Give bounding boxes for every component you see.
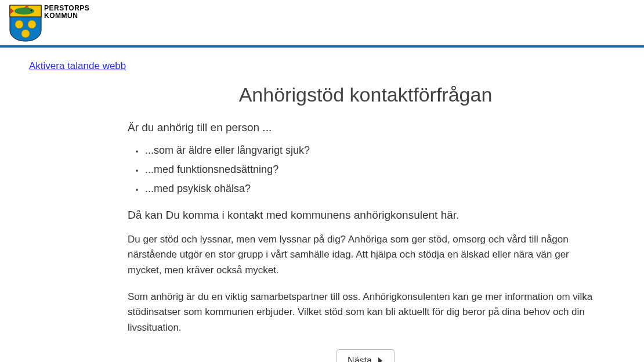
logo: PERSTORPS KOMMUN bbox=[9, 5, 635, 42]
org-name: PERSTORPS KOMMUN bbox=[44, 5, 89, 20]
chevron-right-icon bbox=[378, 357, 383, 362]
list-item: ...med psykisk ohälsa? bbox=[145, 179, 603, 198]
paragraph-2: Som anhörig är du en viktig samarbetspar… bbox=[128, 289, 603, 335]
svg-point-3 bbox=[15, 20, 23, 28]
next-button-label: Nästa bbox=[348, 356, 372, 362]
paragraph-1: Du ger stöd och lyssnar, men vem lyssnar… bbox=[128, 232, 603, 278]
lead-text: Är du anhörig till en person ... bbox=[128, 121, 603, 134]
button-row: Nästa bbox=[128, 349, 603, 362]
main-content: Anhörigstöd kontaktförfrågan Är du anhör… bbox=[128, 72, 603, 362]
list-item: ...med funktionsnedsättning? bbox=[145, 160, 603, 179]
bullet-list: ...som är äldre eller långvarigt sjuk? .… bbox=[128, 141, 603, 198]
shield-icon bbox=[9, 5, 42, 42]
subhead-text: Då kan Du komma i kontakt med kommunens … bbox=[128, 209, 603, 222]
next-button[interactable]: Nästa bbox=[337, 349, 395, 362]
site-header: PERSTORPS KOMMUN bbox=[0, 0, 644, 48]
svg-point-2 bbox=[31, 10, 32, 12]
activate-talking-web-link[interactable]: Aktivera talande webb bbox=[29, 60, 126, 72]
org-name-line2: KOMMUN bbox=[44, 12, 89, 20]
svg-point-5 bbox=[21, 30, 30, 38]
page-container: Aktivera talande webb Anhörigstöd kontak… bbox=[17, 48, 627, 362]
svg-point-4 bbox=[28, 20, 36, 28]
page-title: Anhörigstöd kontaktförfrågan bbox=[128, 84, 603, 106]
list-item: ...som är äldre eller långvarigt sjuk? bbox=[145, 141, 603, 160]
